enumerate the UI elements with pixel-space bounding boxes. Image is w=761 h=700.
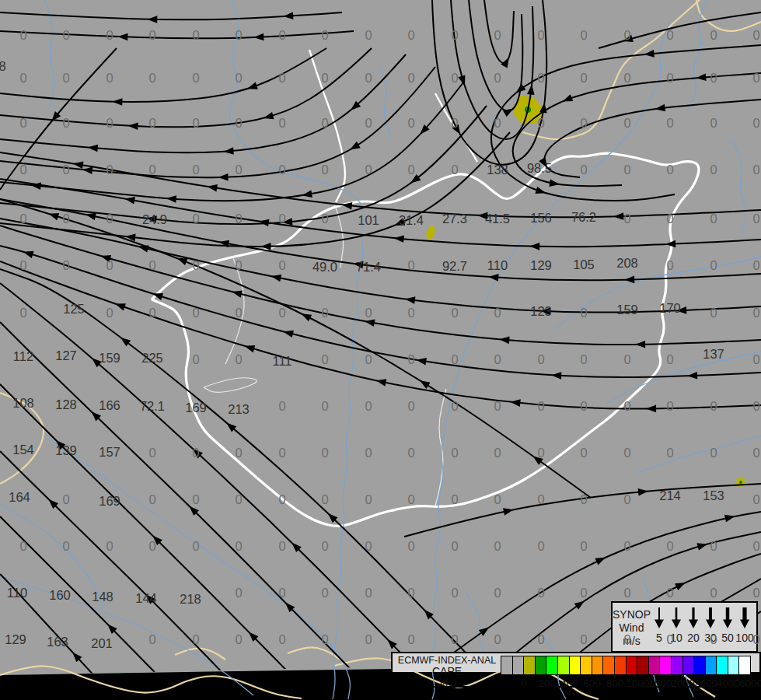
cape-legend-subtitle: CAPE: [393, 666, 501, 677]
synop-legend-labels: SYNOP Wind m/s: [613, 603, 651, 651]
synop-legend-title: SYNOP: [613, 608, 651, 621]
wind-speed-arrow-10: 10: [668, 606, 685, 651]
colorbar-tick-label: 400: [560, 677, 578, 689]
colorbar-cell: [738, 656, 751, 675]
wind-speed-label: 20: [687, 632, 700, 644]
colorbar-cell: [580, 656, 592, 675]
wind-speed-label: 50: [721, 632, 734, 644]
colorbar-cell: [512, 656, 525, 675]
colorbar-tick-label: 6000: [739, 677, 761, 689]
colorbar-tick-label: 4000: [717, 677, 740, 689]
wind-speed-scale: 5 10 20 30 50 100: [651, 603, 756, 651]
wind-speed-arrow-30: 30: [702, 606, 719, 651]
colorbar-cell: [682, 656, 695, 675]
colorbar-tick-label: 800: [606, 677, 624, 689]
synop-legend-wind-label: Wind: [613, 621, 651, 635]
down-arrow-icon: [703, 606, 717, 629]
wind-speed-label: 10: [670, 632, 682, 644]
colorbar-cell: [569, 656, 581, 675]
cape-colorbar-cells: [501, 656, 751, 674]
down-arrow-icon: [686, 606, 700, 629]
colorbar-tick-label: 200: [538, 677, 556, 689]
colorbar-cell: [535, 656, 547, 675]
down-arrow-icon: [738, 606, 752, 629]
colorbar-cell: [523, 656, 536, 675]
colorbar-tick-label: 1500: [648, 677, 672, 689]
wind-speed-arrow-50: 50: [719, 606, 736, 651]
colorbar-cell: [626, 656, 638, 675]
wind-speed-arrow-100: 100: [736, 606, 753, 651]
colorbar-cell: [648, 656, 661, 675]
colorbar-cell: [546, 656, 558, 675]
map-canvas: [0, 0, 761, 700]
colorbar-cell: [693, 656, 706, 675]
colorbar-cell: [637, 656, 649, 675]
colorbar-tick-label: 600: [584, 677, 602, 689]
colorbar-cell: [705, 656, 717, 675]
weather-map-stage: 0000000000000000000000000000000000000000…: [0, 0, 761, 700]
wind-speed-arrow-5: 5: [651, 606, 668, 651]
down-arrow-icon: [652, 606, 666, 629]
cape-legend-title: ECMWF-INDEX-ANAL: [393, 655, 501, 666]
down-arrow-icon: [721, 606, 735, 629]
colorbar-cell: [716, 656, 728, 675]
colorbar-cell: [557, 656, 570, 675]
wind-speed-label: 100: [735, 632, 753, 644]
cape-legend-unit: J/kg: [393, 677, 501, 688]
colorbar-cell: [728, 656, 740, 675]
wind-speed-arrow-20: 20: [685, 606, 702, 651]
colorbar-cell: [659, 656, 672, 675]
cape-legend-labels: ECMWF-INDEX-ANAL CAPE J/kg: [393, 655, 501, 688]
colorbar-cell: [602, 656, 615, 675]
colorbar-tick-label: 2500: [694, 677, 717, 689]
down-arrow-icon: [669, 606, 683, 629]
colorbar-tick-label: 1000: [626, 677, 649, 689]
synop-wind-legend: SYNOP Wind m/s 5 10 20 30 50 100: [611, 601, 758, 653]
colorbar-cell: [592, 656, 604, 675]
colorbar-tick-label: 0: [521, 677, 527, 689]
colorbar-cell: [614, 656, 627, 675]
cape-colorbar-legend: ECMWF-INDEX-ANAL CAPE J/kg 0200400600800…: [391, 652, 761, 688]
colorbar-tick-label: 2000: [672, 677, 695, 689]
wind-speed-label: 30: [704, 632, 717, 644]
synop-legend-unit-label: m/s: [613, 635, 651, 648]
colorbar-cell: [671, 656, 683, 675]
wind-speed-label: 5: [656, 632, 662, 644]
colorbar-cell: [501, 656, 513, 675]
